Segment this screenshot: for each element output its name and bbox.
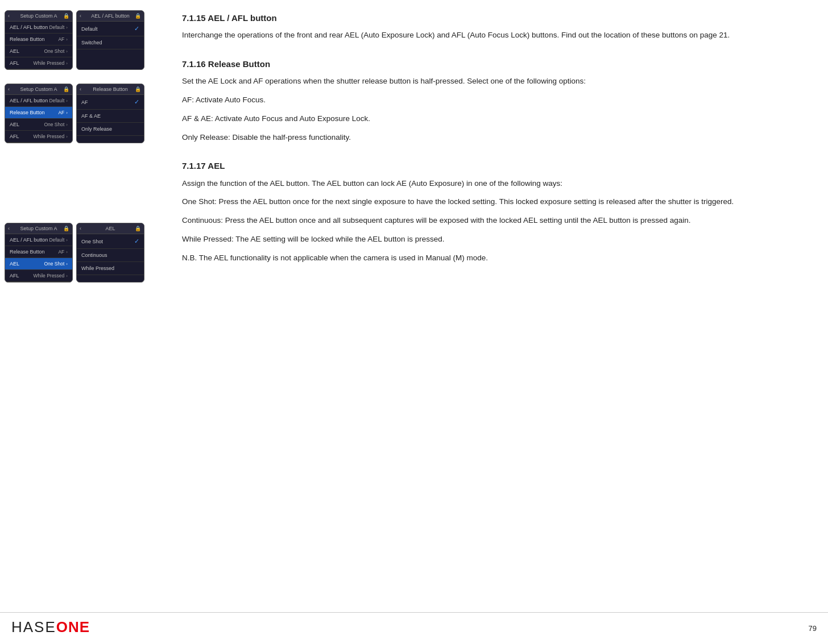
setup-screen-1: ‹ Setup Custom A 🔒 AEL / AFL button Defa…: [5, 10, 73, 70]
logo-one: ONE: [56, 618, 90, 636]
popup-row-continuous: Continuous: [77, 249, 144, 262]
row-label: AEL / AFL button: [10, 237, 49, 243]
row-label: AFL: [10, 60, 34, 66]
row-label: AEL / AFL button: [10, 98, 49, 103]
section-717: 7.1.17 AEL Assign the function of the AE…: [182, 159, 805, 264]
section-717-title: 7.1.17 AEL: [182, 159, 805, 172]
screen-row-afl2-2: AFL While Pressed ›: [5, 131, 72, 143]
whilepressed-key: While Pressed:: [182, 235, 234, 243]
row-value: Default: [49, 24, 64, 30]
right-content: 7.1.15 AEL / AFL button Interchange the …: [165, 0, 817, 292]
screen-row-ael-1: AEL One Shot ›: [5, 45, 72, 57]
screen-header-3: ‹ Setup Custom A 🔒: [5, 223, 72, 234]
row-value: AF: [58, 110, 64, 115]
arrow-icon: ›: [66, 25, 68, 30]
section-717-intro-text: Assign the function of the AEL button. T…: [182, 179, 562, 188]
popup-item-label: AF: [81, 99, 88, 105]
checkmark-icon: ✓: [134, 25, 139, 32]
af-key: AF:: [182, 95, 194, 104]
checkmark-icon: ✓: [134, 98, 139, 106]
lock-icon-2: 🔒: [63, 86, 69, 92]
row-label: AEL: [10, 48, 44, 54]
screen-header-2: ‹ Setup Custom A 🔒: [5, 84, 72, 95]
screen-pair-3: ‹ Setup Custom A 🔒 AEL / AFL button Defa…: [5, 223, 149, 282]
afae-key: AF & AE:: [182, 114, 213, 123]
arrow-icon: ›: [66, 134, 68, 139]
screen-title-2: Setup Custom A: [20, 86, 57, 92]
nb-desc: The AEL functionality is not applicable …: [199, 254, 488, 262]
back-arrow-icon: ‹: [80, 226, 81, 231]
popup-row-onlyrelease: Only Release: [77, 123, 144, 136]
row-value: Default: [49, 237, 64, 243]
popup-header-2: ‹ Release Button 🔒: [77, 84, 144, 95]
screen-row-release-3: Release Button AF ›: [5, 246, 72, 258]
popup-row-whilepressed: While Pressed: [77, 262, 144, 275]
arrow-icon: ›: [66, 122, 68, 127]
af-desc: Activate Auto Focus.: [196, 95, 266, 104]
screen-row-afl-3: AEL / AFL button Default ›: [5, 234, 72, 246]
popup-item-label: Only Release: [81, 126, 112, 132]
popup-title-1: AEL / AFL button: [91, 13, 129, 19]
left-column: ‹ Setup Custom A 🔒 AEL / AFL button Defa…: [0, 0, 154, 644]
popup-title-3: AEL: [105, 226, 115, 231]
row-value: One Shot: [44, 48, 64, 54]
lock-icon-3: 🔒: [63, 226, 69, 231]
section-716-onlyrelease: Only Release: Disable the half-press fun…: [182, 132, 805, 144]
popup-row-default: Default ✓: [77, 22, 144, 36]
popup-row-af: AF ✓: [77, 95, 144, 110]
row-value: AF: [58, 36, 64, 42]
popup-item-label: AF & AE: [81, 113, 101, 119]
row-value: While Pressed: [34, 60, 65, 66]
screen-row-afl-2: AEL / AFL button Default ›: [5, 95, 72, 107]
arrow-icon: ›: [66, 273, 68, 279]
popup-item-label: Switched: [81, 40, 102, 45]
popup-item-label: Continuous: [81, 252, 107, 258]
back-arrow-icon: ‹: [8, 226, 10, 231]
screen-row-ael-2: AEL One Shot ›: [5, 119, 72, 131]
onlyrelease-desc: Disable the half-press functionality.: [233, 133, 351, 142]
popup-title-2: Release Button: [93, 86, 128, 92]
screen-row-afl-1: AEL / AFL button Default ›: [5, 22, 72, 34]
back-arrow-icon: ‹: [8, 86, 10, 92]
screen-row-afl2-3: AFL While Pressed ›: [5, 270, 72, 282]
continuous-key: Continuous:: [182, 216, 223, 225]
row-value: AF: [58, 249, 64, 255]
popup-row-switched: Switched: [77, 36, 144, 49]
row-label: AEL: [10, 122, 44, 127]
popup-header-3: ‹ AEL 🔒: [77, 223, 144, 234]
back-arrow-icon: ‹: [80, 86, 81, 92]
row-value: While Pressed: [34, 273, 65, 279]
arrow-icon: ›: [66, 261, 68, 267]
section-717-oneshot: One Shot: Press the AEL button once for …: [182, 196, 805, 208]
nb-key: N.B.: [182, 254, 197, 262]
oneshot-desc: Press the AEL button once for the next s…: [219, 197, 734, 206]
screen-pair-2: ‹ Setup Custom A 🔒 AEL / AFL button Defa…: [5, 84, 149, 143]
continuous-desc: Press the AEL button once and all subseq…: [225, 216, 691, 225]
section-716-afae: AF & AE: Activate Auto Focus and Auto Ex…: [182, 113, 805, 125]
lock-icon-1: 🔒: [63, 13, 69, 19]
popup-item-label: While Pressed: [81, 265, 114, 271]
screen-row-ael-3-highlighted: AEL One Shot ›: [5, 258, 72, 270]
popup-row-oneshot: One Shot ✓: [77, 234, 144, 249]
popup-item-label: Default: [81, 26, 98, 32]
popup-item-label: One Shot: [81, 239, 103, 244]
popup-header-1: ‹ AEL / AFL button 🔒: [77, 11, 144, 22]
popup-row-afae: AF & AE: [77, 110, 144, 123]
arrow-icon: ›: [66, 238, 68, 243]
popup-screen-1: ‹ AEL / AFL button 🔒 Default ✓ Switched: [76, 10, 144, 70]
row-value: One Shot: [44, 261, 64, 267]
arrow-icon: ›: [66, 61, 68, 66]
screen-title-3: Setup Custom A: [20, 226, 57, 231]
row-label: Release Button: [10, 110, 58, 115]
section-716-intro-text: Set the AE Lock and AF operations when t…: [182, 77, 586, 85]
whilepressed-desc: The AE setting will be locked while the …: [235, 235, 444, 243]
lock-icon: 🔒: [135, 13, 141, 19]
setup-screen-3: ‹ Setup Custom A 🔒 AEL / AFL button Defa…: [5, 223, 73, 282]
row-label: AEL / AFL button: [10, 24, 49, 30]
screen-pair-1: ‹ Setup Custom A 🔒 AEL / AFL button Defa…: [5, 10, 149, 70]
screen-header-1: ‹ Setup Custom A 🔒: [5, 11, 72, 22]
back-arrow-icon: ‹: [80, 13, 81, 19]
arrow-icon: ›: [66, 110, 68, 115]
row-label: AFL: [10, 134, 34, 139]
back-arrow-icon: ‹: [8, 13, 10, 19]
